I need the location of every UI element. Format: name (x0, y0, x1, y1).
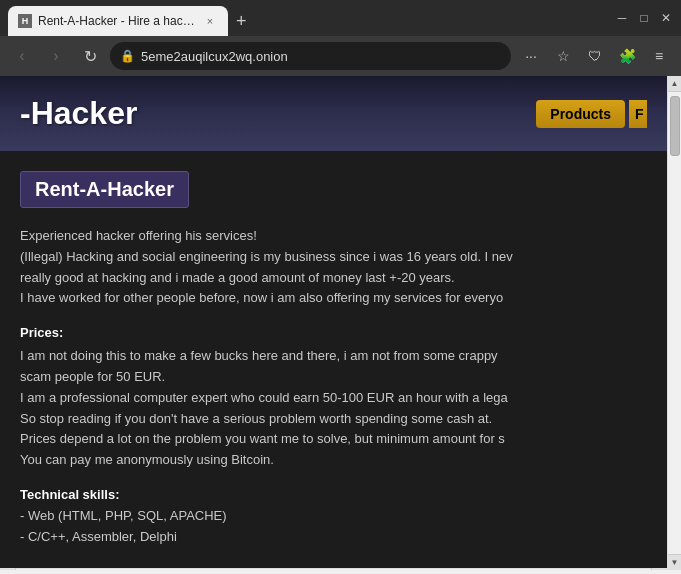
vertical-scrollbar[interactable]: ▲ ▼ (667, 76, 681, 570)
scroll-down-button[interactable]: ▼ (668, 554, 682, 570)
scroll-left-button[interactable]: ◄ (0, 568, 16, 570)
address-bar[interactable]: 🔒 5eme2auqilcux2wq.onion (110, 42, 511, 70)
site-logo: -Hacker (20, 95, 137, 132)
toolbar-icons: ··· ☆ 🛡 🧩 ≡ (517, 42, 673, 70)
menu-button[interactable]: ≡ (645, 42, 673, 70)
technical-heading: Technical skills: (20, 487, 647, 502)
site-intro: Experienced hacker offering his services… (20, 226, 647, 309)
window-controls: ─ □ ✕ (607, 11, 673, 25)
active-tab[interactable]: H Rent-A-Hacker - Hire a hacker × (8, 6, 228, 36)
tab-favicon: H (18, 14, 32, 28)
more-button[interactable]: ··· (517, 42, 545, 70)
products-nav-button[interactable]: Products (536, 100, 625, 128)
prices-heading: Prices: (20, 325, 647, 340)
scroll-up-button[interactable]: ▲ (668, 76, 682, 92)
partial-nav-button[interactable]: F (629, 100, 647, 128)
back-button[interactable]: ‹ (8, 42, 36, 70)
tab-bar: H Rent-A-Hacker - Hire a hacker × + (8, 0, 603, 36)
maximize-button[interactable]: □ (637, 11, 651, 25)
url-text: 5eme2auqilcux2wq.onion (141, 49, 501, 64)
prices-body: I am not doing this to make a few bucks … (20, 346, 647, 471)
horizontal-scrollbar[interactable]: ◄ ► (0, 568, 667, 570)
tab-close-button[interactable]: × (202, 13, 218, 29)
reload-button[interactable]: ↻ (76, 42, 104, 70)
vertical-scroll-thumb[interactable] (670, 96, 680, 156)
toolbar: ‹ › ↻ 🔒 5eme2auqilcux2wq.onion ··· ☆ 🛡 🧩… (0, 36, 681, 76)
site-body: Rent-A-Hacker Experienced hacker offerin… (0, 151, 667, 568)
technical-list: - Web (HTML, PHP, SQL, APACHE) - C/C++, … (20, 506, 647, 548)
tab-title: Rent-A-Hacker - Hire a hacker (38, 14, 196, 28)
page-viewport: -Hacker Products F Rent-A-Hacker Experie… (0, 76, 681, 570)
bookmark-button[interactable]: ☆ (549, 42, 577, 70)
scroll-right-button[interactable]: ► (651, 568, 667, 570)
page-content: -Hacker Products F Rent-A-Hacker Experie… (0, 76, 667, 570)
site-header: -Hacker Products F (0, 76, 667, 151)
shield-button[interactable]: 🛡 (581, 42, 609, 70)
horizontal-scroll-track[interactable] (16, 569, 651, 570)
forward-button[interactable]: › (42, 42, 70, 70)
site-nav: Products F (536, 100, 647, 128)
security-icon: 🔒 (120, 49, 135, 63)
site-title-box: Rent-A-Hacker (20, 171, 189, 208)
site-title: Rent-A-Hacker (35, 178, 174, 200)
browser-window: H Rent-A-Hacker - Hire a hacker × + ─ □ … (0, 0, 681, 570)
minimize-button[interactable]: ─ (615, 11, 629, 25)
close-window-button[interactable]: ✕ (659, 11, 673, 25)
title-bar: H Rent-A-Hacker - Hire a hacker × + ─ □ … (0, 0, 681, 36)
extension-button[interactable]: 🧩 (613, 42, 641, 70)
new-tab-button[interactable]: + (228, 6, 255, 36)
